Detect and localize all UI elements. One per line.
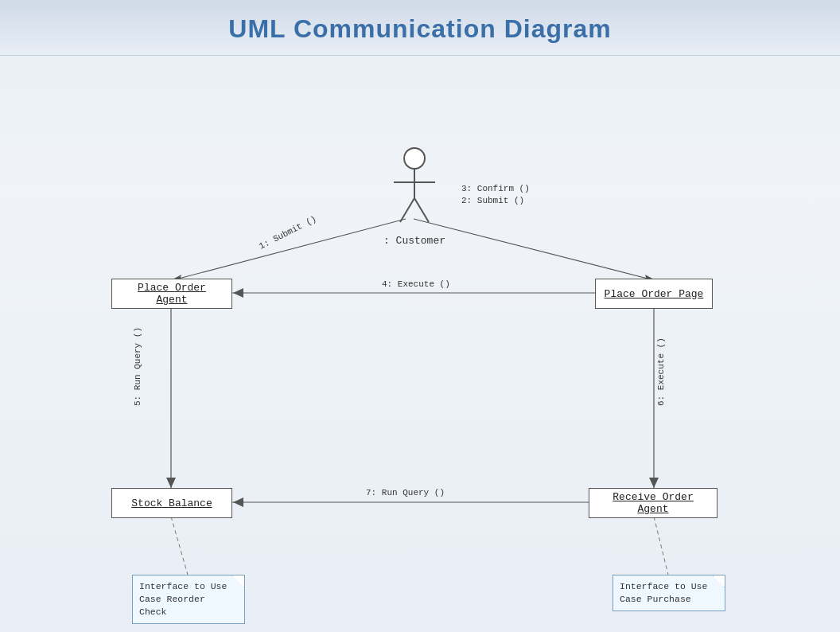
note-reorder-box: Interface to Use Case Reorder Check	[132, 575, 245, 624]
actor-figure	[391, 168, 438, 232]
note-reorder-label: Interface to Use Case Reorder Check	[139, 581, 227, 617]
svg-marker-9	[649, 478, 659, 488]
stock-balance-label: Stock Balance	[131, 497, 212, 509]
svg-marker-5	[233, 288, 243, 298]
note-purchase-label: Interface to Use Case Purchase	[620, 581, 707, 604]
svg-line-2	[414, 219, 654, 280]
place-order-page-label: Place Order Page	[605, 288, 704, 300]
place-order-agent-box: Place Order Agent	[111, 279, 232, 309]
svg-text:5: Run Query (): 5: Run Query ()	[133, 327, 142, 406]
diagram-area: 1: Submit () 3: Confirm () 2: Submit () …	[0, 56, 840, 632]
receive-order-agent-label: Receive Order Agent	[597, 491, 709, 515]
svg-text:7: Run Query (): 7: Run Query ()	[366, 488, 445, 497]
actor-label: : Customer	[383, 235, 445, 247]
svg-text:1: Submit (): 1: Submit ()	[258, 214, 318, 252]
actor-customer: : Customer	[383, 147, 445, 247]
actor-head	[403, 147, 426, 170]
place-order-page-box: Place Order Page	[595, 279, 713, 309]
svg-line-13	[654, 517, 668, 575]
svg-line-12	[171, 517, 188, 575]
page-title: UML Communication Diagram	[228, 14, 611, 43]
svg-text:3: Confirm (): 3: Confirm ()	[461, 184, 530, 193]
svg-line-24	[414, 198, 429, 222]
diagram-svg: 1: Submit () 3: Confirm () 2: Submit () …	[0, 56, 840, 632]
svg-marker-7	[166, 478, 176, 488]
place-order-agent-label: Place Order Agent	[120, 282, 224, 306]
svg-text:2: Submit (): 2: Submit ()	[461, 196, 524, 205]
svg-text:4: Execute (): 4: Execute ()	[382, 279, 450, 289]
note-purchase-box: Interface to Use Case Purchase	[612, 575, 725, 611]
svg-marker-11	[233, 497, 243, 507]
stock-balance-box: Stock Balance	[111, 488, 232, 518]
receive-order-agent-box: Receive Order Agent	[589, 488, 718, 518]
svg-line-23	[400, 198, 414, 222]
page-header: UML Communication Diagram	[0, 0, 840, 56]
svg-text:6: Execute (): 6: Execute ()	[656, 337, 666, 406]
